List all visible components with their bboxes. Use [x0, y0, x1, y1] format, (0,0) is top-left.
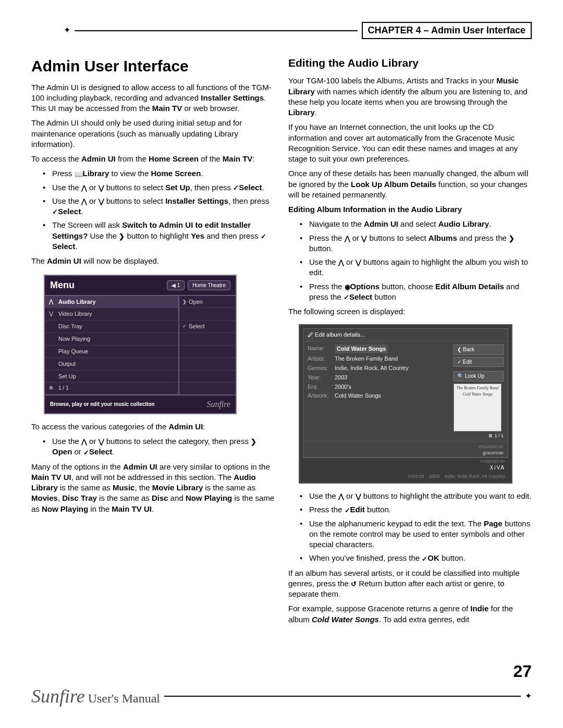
- check-icon: ✓: [83, 448, 89, 458]
- down-icon: ⋁: [99, 437, 104, 447]
- check-icon: ✓: [52, 207, 58, 217]
- provided-by-label: PROVIDED BY: [479, 445, 504, 449]
- powered-by-label: POWERED BY: [306, 459, 505, 464]
- down-icon: ⋁: [361, 234, 367, 243]
- options-icon: ◉: [345, 282, 350, 292]
- menu-blank: [179, 371, 236, 383]
- menu-item-video: ⋁Video Library: [45, 308, 178, 320]
- list-item: Use the ⋀ or ⋁ buttons to highlight the …: [300, 491, 532, 501]
- usage-paragraph: The Admin UI should only be used during …: [31, 118, 275, 150]
- right-column: Editing the Audio Library Your TGM-100 l…: [288, 56, 532, 629]
- page-title: Admin User Interface: [31, 56, 275, 77]
- edit-steps-2: Use the ⋀ or ⋁ buttons to highlight the …: [288, 491, 532, 564]
- menu-blank: [179, 358, 236, 371]
- footer-brand: Sunfire User's Manual: [31, 685, 160, 707]
- speaker-pill: ◀ 1: [167, 280, 185, 291]
- edit-page: 🗎 1 / 1: [303, 433, 508, 441]
- menu-item: Play Queue: [45, 346, 178, 358]
- menu-brand: Sunfire: [206, 399, 230, 410]
- list-item: Navigate to the Admin UI and select Audi…: [300, 219, 532, 229]
- check-icon: ✓: [344, 293, 349, 302]
- location-pill: Home Theatre: [188, 280, 230, 291]
- check-icon: ✓: [233, 183, 239, 193]
- header-star-left: ✦: [64, 25, 70, 35]
- down-icon: ⋁: [356, 258, 361, 267]
- list-item: Press 📖Library to view the Home Screen.: [43, 168, 275, 179]
- menu-item-audio: ⋀Audio Library: [45, 296, 178, 309]
- up-icon: ⋀: [81, 183, 87, 193]
- library-icon: 📖: [75, 170, 83, 179]
- list-item: Press the ⋀ or ⋁ buttons to select Album…: [300, 233, 532, 254]
- menu-page: 🗎1 / 1: [45, 382, 178, 394]
- edit-row-genres: Genres:Indie, Indie Rock, Alt Country: [308, 364, 450, 372]
- up-icon: ⋀: [338, 492, 344, 501]
- up-icon: ⋀: [345, 234, 350, 243]
- menu-screenshot: Menu ◀ 1 Home Theatre ⋀Audio Library ⋁Vi…: [44, 275, 237, 414]
- menu-item: Output: [45, 358, 178, 371]
- categories-paragraph: To access the various categories of the …: [31, 422, 275, 432]
- edit-row-era: Era:2000's: [308, 383, 450, 391]
- menu-item: Disc Tray: [45, 320, 178, 333]
- menu-blank: [179, 382, 236, 394]
- up-icon: ⋀: [81, 197, 87, 206]
- paragraph: If you have an Internet connection, the …: [288, 122, 532, 164]
- check-icon: ✓: [261, 232, 266, 241]
- album-cover: The Broken Family Band Cold Water Songs: [454, 384, 501, 431]
- paragraph: For example, suppose Gracenote returns a…: [288, 603, 532, 625]
- result-paragraph: The Admin UI will now be displayed.: [31, 256, 275, 266]
- edit-steps-1: Navigate to the Admin UI and select Audi…: [288, 219, 532, 302]
- menu-item: Now Playing: [45, 333, 178, 346]
- list-item: When you've finished, press the ✓OK butt…: [300, 553, 532, 563]
- down-icon: ⋁: [99, 183, 104, 193]
- gracenote-label: gracenote: [483, 450, 504, 455]
- return-icon: ↺: [351, 579, 357, 589]
- section-heading: Editing the Audio Library: [288, 56, 532, 70]
- up-icon: ⋀: [338, 258, 344, 267]
- menu-footer-text: Browse, play or edit your music collecti…: [50, 401, 155, 408]
- edit-button: ✓ Edit: [454, 357, 504, 367]
- header-rule: ✦ CHAPTER 4 – Admin User Interface: [31, 22, 532, 39]
- footer-star-right: ✦: [525, 691, 532, 701]
- xiva-label: XiVA: [490, 465, 506, 471]
- edit-status-bar: 0:04:03 2003 Indie, Indie Rock, Alt Coun…: [303, 471, 508, 479]
- similarity-paragraph: Many of the options in the Admin UI are …: [31, 462, 275, 514]
- subheading: Editing Album Information in the Audio L…: [288, 204, 532, 215]
- right-icon: ❯: [119, 232, 125, 241]
- categories-steps: Use the ⋀ or ⋁ buttons to select the cat…: [31, 436, 275, 458]
- list-item: The Screen will ask Switch to Admin UI t…: [43, 220, 275, 252]
- menu-action-select: ✓Select: [179, 320, 236, 333]
- paragraph: Once any of these details has been manua…: [288, 168, 532, 200]
- paragraph: Your TGM-100 labels the Albums, Artists …: [288, 76, 532, 118]
- edit-row-name: Name:Cold Water Songs: [308, 344, 450, 353]
- right-icon: ❯: [251, 437, 256, 447]
- chapter-label: CHAPTER 4 – Admin User Interface: [362, 22, 532, 39]
- list-item: Use the ⋀ or ⋁ buttons to select the cat…: [43, 436, 275, 458]
- list-item: Press the ◉Options button, choose Edit A…: [300, 281, 532, 303]
- back-button: ❮ Back: [454, 344, 504, 355]
- list-item: Use the ⋀ or ⋁ buttons to select Set Up,…: [43, 182, 275, 193]
- right-icon: ❯: [509, 234, 515, 243]
- menu-blank: [179, 346, 236, 358]
- left-column: Admin User Interface The Admin UI is des…: [31, 56, 275, 629]
- list-item: Press the ✓Edit button.: [300, 504, 532, 515]
- paragraph: The following screen is displayed:: [288, 306, 532, 317]
- menu-action-open: ❯Open: [179, 296, 236, 309]
- intro-paragraph: The Admin UI is designed to allow access…: [31, 82, 275, 114]
- menu-item: Set Up: [45, 371, 178, 383]
- access-paragraph: To access the Admin UI from the Home Scr…: [31, 154, 275, 164]
- menu-title: Menu: [50, 279, 75, 291]
- paragraph: If an album has several artists, or it c…: [288, 568, 532, 600]
- edit-row-artists: Artists:The Broken Family Band: [308, 355, 450, 363]
- check-icon: ✓: [345, 506, 350, 515]
- edit-title: 🖉 Edit album details...: [303, 329, 508, 341]
- edit-row-year: Year:2003: [308, 374, 450, 381]
- access-steps: Press 📖Library to view the Home Screen. …: [31, 168, 275, 252]
- check-icon: ✓: [422, 554, 427, 564]
- down-icon: ⋁: [356, 492, 361, 501]
- up-icon: ⋀: [81, 437, 87, 447]
- list-item: Use the ⋀ or ⋁ buttons again to highligh…: [300, 257, 532, 278]
- menu-blank: [179, 333, 236, 346]
- edit-album-screenshot: 🖉 Edit album details... Name:Cold Water …: [299, 324, 512, 484]
- list-item: Use the ⋀ or ⋁ buttons to select Install…: [43, 196, 275, 217]
- page-footer: 27 Sunfire User's Manual ✦: [31, 662, 532, 707]
